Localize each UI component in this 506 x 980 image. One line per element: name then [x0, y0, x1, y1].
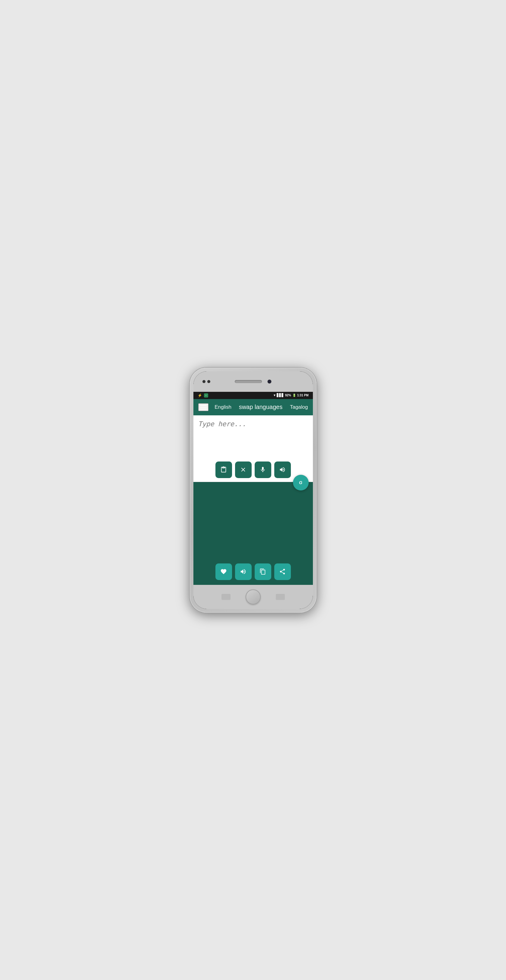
copy-icon — [259, 568, 266, 575]
paste-button[interactable] — [215, 461, 232, 478]
clear-button[interactable] — [235, 461, 251, 478]
volume-output-icon — [240, 568, 247, 575]
status-bar: ⚡ ▾ ▋▋▋ 92% 🔋 1:31 PM — [193, 392, 313, 399]
heart-icon — [220, 568, 227, 575]
speak-input-button[interactable] — [274, 461, 291, 478]
hamburger-line-3 — [200, 409, 207, 409]
phone-inner: ⚡ ▾ ▋▋▋ 92% 🔋 1:31 PM English — [193, 371, 313, 609]
clipboard-icon — [220, 466, 227, 473]
status-left: ⚡ — [197, 393, 208, 398]
source-language-selector[interactable]: English — [215, 404, 231, 410]
target-language-selector[interactable]: Tagalog — [290, 404, 308, 410]
hamburger-line-2 — [200, 407, 207, 407]
volume-icon — [279, 466, 286, 473]
battery-percent: 92% — [285, 394, 291, 397]
signal-icon: ▋▋▋ — [277, 393, 284, 397]
sensor-2 — [207, 380, 210, 383]
screen: ⚡ ▾ ▋▋▋ 92% 🔋 1:31 PM English — [193, 392, 313, 585]
usb-icon: ⚡ — [197, 393, 202, 398]
wifi-icon: ▾ — [274, 393, 275, 397]
input-actions — [198, 461, 308, 478]
favorite-button[interactable] — [215, 563, 232, 580]
front-camera — [267, 379, 272, 384]
sensors — [202, 380, 210, 383]
speaker-grille — [235, 380, 262, 383]
home-button[interactable] — [246, 589, 261, 605]
battery-icon: 🔋 — [292, 394, 296, 397]
microphone-icon — [259, 466, 266, 473]
output-area: G — [193, 482, 313, 585]
speak-output-button[interactable] — [235, 563, 251, 580]
app-header: English swap languages Tagalog — [193, 399, 313, 415]
google-translate-icon: G — [299, 480, 302, 485]
hamburger-line-1 — [200, 405, 207, 406]
input-area — [193, 415, 313, 482]
phone-device: ⚡ ▾ ▋▋▋ 92% 🔋 1:31 PM English — [190, 368, 317, 612]
app-icon — [204, 393, 208, 398]
output-actions — [198, 563, 308, 580]
menu-button[interactable] — [198, 403, 208, 411]
share-icon — [279, 568, 286, 575]
time: 1:31 PM — [297, 394, 309, 397]
status-right: ▾ ▋▋▋ 92% 🔋 1:31 PM — [274, 393, 309, 397]
bottom-bezel — [193, 585, 313, 609]
copy-output-button[interactable] — [255, 563, 271, 580]
microphone-button[interactable] — [255, 461, 271, 478]
recent-apps-button[interactable] — [276, 594, 285, 600]
google-translate-button[interactable]: G — [293, 475, 309, 490]
sensor-1 — [202, 380, 205, 383]
back-button[interactable] — [221, 594, 231, 600]
share-button[interactable] — [274, 563, 291, 580]
top-bezel — [193, 371, 313, 392]
close-icon — [240, 466, 247, 473]
translation-input[interactable] — [198, 420, 308, 458]
swap-languages-button[interactable]: swap languages — [238, 404, 284, 410]
